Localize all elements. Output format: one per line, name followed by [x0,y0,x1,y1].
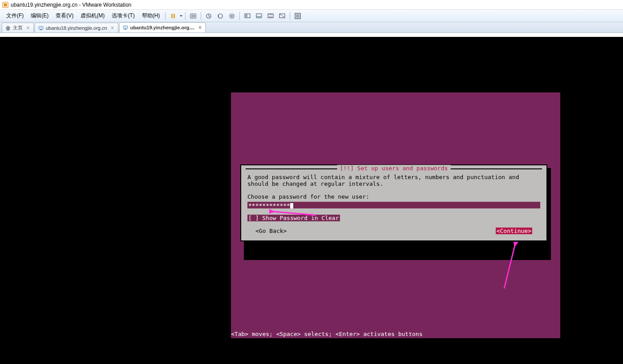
tab-label: ubantu18.yinzhengjie.org.cn [46,25,107,31]
text-cursor [290,203,293,208]
svg-rect-19 [39,26,43,29]
svg-rect-20 [40,29,42,30]
svg-rect-14 [268,14,273,18]
svg-point-9 [231,15,233,17]
fullscreen-button[interactable] [292,11,303,21]
menu-file[interactable]: 文件(F) [3,10,27,21]
menu-tabs[interactable]: 选项卡(T) [108,10,138,21]
password-mask: ************ [248,202,290,208]
password-fill: ________________________________________… [293,202,540,208]
dialog-description: A good password will contain a mixture o… [247,174,540,187]
snapshot-revert-button[interactable] [215,11,226,21]
tab-vm-ubantu19[interactable]: ubantu19.yinzhengjie.org.... × [119,22,206,32]
dialog-title-line: [!!] Set up users and passwords [246,168,542,169]
vm-console[interactable]: [!!] Set up users and passwords A good p… [0,37,623,364]
help-line: <Tab> moves; <Space> selects; <Enter> ac… [231,331,422,337]
svg-rect-13 [256,16,262,18]
snapshot-manager-button[interactable] [227,11,237,21]
menu-help[interactable]: 帮助(H) [138,10,164,21]
svg-rect-21 [123,26,128,29]
continue-button[interactable]: <Continue> [496,228,532,234]
stretch-button[interactable] [265,11,276,21]
window-titlebar: ubantu19.yinzhengjie.org.cn - VMware Wor… [0,0,623,10]
home-icon [5,25,11,31]
tab-label: 主页 [13,24,23,31]
svg-line-16 [279,14,285,18]
menu-vm[interactable]: 虚拟机(M) [77,10,108,21]
separator [165,12,166,20]
tab-label: ubantu19.yinzhengjie.org.... [130,25,195,30]
menu-edit[interactable]: 编辑(E) [27,10,52,21]
fit-window-button[interactable] [254,11,264,21]
password-input[interactable]: ************____________________________… [247,202,540,208]
separator [239,12,240,20]
window-title: ubantu19.yinzhengjie.org.cn - VMware Wor… [11,2,131,8]
snapshot-take-button[interactable] [203,11,214,21]
svg-rect-18 [296,14,299,18]
svg-rect-22 [125,29,126,30]
separator [290,12,290,20]
svg-rect-11 [245,14,247,18]
svg-point-7 [218,14,222,18]
close-icon[interactable]: × [25,25,31,31]
tabbar: 主页 × ubantu18.yinzhengjie.org.cn × ubant… [0,22,623,33]
close-icon[interactable]: × [110,25,115,31]
pause-button[interactable] [168,11,178,21]
go-back-button[interactable]: <Go Back> [255,228,287,234]
fit-guest-button[interactable] [242,11,253,21]
send-ctrl-alt-del-button[interactable] [188,11,198,21]
svg-rect-3 [174,14,175,18]
dialog-prompt: Choose a password for the new user: [247,193,540,200]
vm-icon [38,25,44,31]
dialog-title: [!!] Set up users and passwords [337,165,451,172]
menubar: 文件(F) 编辑(E) 查看(V) 虚拟机(M) 选项卡(T) 帮助(H) [0,10,623,22]
separator [185,12,186,20]
app-icon [2,1,9,8]
separator [201,12,201,20]
pause-dropdown[interactable] [179,14,183,18]
close-icon[interactable]: × [197,25,202,30]
svg-rect-5 [191,15,195,17]
vm-screen[interactable]: [!!] Set up users and passwords A good p… [231,92,560,338]
installer-dialog: [!!] Set up users and passwords A good p… [240,164,547,241]
svg-rect-1 [4,3,7,6]
unity-button[interactable] [277,11,287,21]
tab-home[interactable]: 主页 × [2,23,34,32]
menu-view[interactable]: 查看(V) [52,10,77,21]
show-password-checkbox[interactable]: [ ] Show Password in Clear [247,215,340,221]
svg-rect-2 [171,14,173,18]
vm-icon [122,24,129,31]
tab-vm-ubantu18[interactable]: ubantu18.yinzhengjie.org.cn × [35,23,118,32]
